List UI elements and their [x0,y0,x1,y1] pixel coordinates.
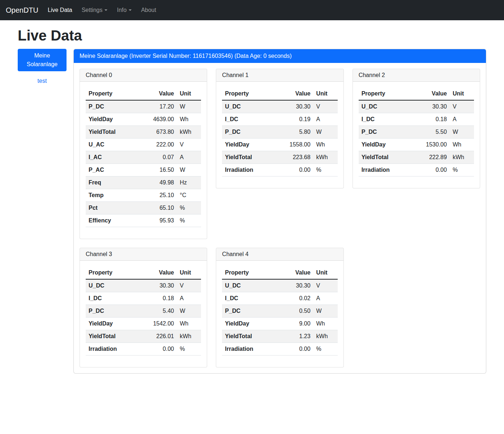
property-unit: W [313,126,338,139]
table-row: I_DC0.02A [222,292,337,305]
property-unit: % [177,202,201,214]
property-name: U_DC [222,100,273,113]
property-unit: W [177,305,201,318]
property-value: 0.07 [137,151,177,164]
table-row: P_DC5.50W [359,126,474,139]
property-name: YieldDay [86,113,137,126]
property-name: U_DC [86,279,137,292]
property-unit: V [177,279,201,292]
property-unit: % [177,343,201,356]
property-unit: kWh [313,330,338,343]
property-value: 1530.00 [409,139,450,151]
column-header-value: Value [137,88,177,100]
property-value: 223.68 [273,151,313,164]
property-name: I_AC [86,151,137,164]
channel-table: Property Value Unit U_DC30.30V I_DC0.19A… [222,88,337,176]
inverter-panel-header: Meine Solaranlage (Inverter Serial Numbe… [74,49,486,63]
inverter-panel-body: Channel 0 Property Value Unit [74,63,486,373]
inverter-select-button[interactable]: Meine Solaranlage [18,49,67,71]
property-name: YieldTotal [86,126,137,139]
page-container: Live Data Meine Solaranlage test Meine S… [0,27,504,388]
property-unit: % [450,164,474,176]
property-name: I_DC [222,292,273,305]
nav-settings-dropdown[interactable]: Settings [79,4,111,16]
column-header-unit: Unit [450,88,474,100]
property-value: 222.00 [137,139,177,151]
property-unit: Wh [177,318,201,330]
channel-card-1: Channel 1 Property Value Unit [216,69,343,188]
property-unit: W [177,100,201,113]
nav-about[interactable]: About [138,4,159,16]
inverter-link-test[interactable]: test [18,78,67,84]
property-name: YieldDay [86,318,137,330]
channel-table: Property Value Unit U_DC30.30V I_DC0.18A… [359,88,474,176]
table-row: P_DC5.80W [222,126,337,139]
property-value: 0.00 [137,343,177,356]
property-value: 673.80 [137,126,177,139]
property-value: 1.23 [273,330,313,343]
table-row: Freq49.98Hz [86,176,201,189]
property-name: Irradiation [86,343,137,356]
table-row: Irradiation0.00% [86,343,201,356]
table-row: U_DC30.30V [222,100,337,113]
property-value: 4639.00 [137,113,177,126]
property-value: 5.50 [409,126,450,139]
property-value: 5.80 [273,126,313,139]
property-name: I_DC [86,292,137,305]
table-row: YieldDay4639.00Wh [86,113,201,126]
channel-card-4: Channel 4 Property Value Unit [216,248,343,367]
channel-title: Channel 3 [80,248,207,261]
property-unit: A [177,151,201,164]
channel-table: Property Value Unit U_DC30.30V I_DC0.02A… [222,267,337,356]
channel-title: Channel 0 [80,69,207,82]
inverter-panel: Meine Solaranlage (Inverter Serial Numbe… [73,49,486,374]
table-row: YieldTotal222.89kWh [359,151,474,164]
property-value: 0.02 [273,292,313,305]
table-row: P_DC5.40W [86,305,201,318]
property-value: 30.30 [137,279,177,292]
property-value: 0.50 [273,305,313,318]
column-header-property: Property [359,88,410,100]
property-name: P_DC [359,126,410,139]
brand-link[interactable]: OpenDTU [6,6,38,14]
property-value: 0.00 [409,164,450,176]
table-row: P_AC16.50W [86,164,201,176]
inverter-sidebar: Meine Solaranlage test [18,49,67,84]
property-value: 30.30 [273,279,313,292]
property-unit: Wh [450,139,474,151]
column-header-property: Property [222,267,273,279]
channel-title: Channel 1 [216,69,343,82]
property-unit: % [313,164,338,176]
property-name: I_DC [359,113,410,126]
property-value: 16.50 [137,164,177,176]
chevron-down-icon [104,9,107,11]
column-header-unit: Unit [313,267,338,279]
property-unit: Wh [313,318,338,330]
property-name: Irradiation [222,164,273,176]
property-unit: kWh [177,126,201,139]
table-row: YieldTotal226.01kWh [86,330,201,343]
property-name: YieldTotal [222,330,273,343]
column-header-value: Value [137,267,177,279]
property-value: 0.18 [409,113,450,126]
property-name: Effiency [86,214,137,227]
property-value: 30.30 [409,100,450,113]
column-header-value: Value [273,88,313,100]
nav-live-data[interactable]: Live Data [45,4,75,16]
column-header-property: Property [86,88,137,100]
channel-table: Property Value Unit P_DC17.20W YieldDay4… [86,88,201,227]
property-unit: V [313,279,338,292]
table-row: U_AC222.00V [86,139,201,151]
nav-settings-label: Settings [82,7,103,13]
column-header-unit: Unit [177,267,201,279]
property-name: Irradiation [359,164,410,176]
property-value: 1542.00 [137,318,177,330]
property-name: YieldTotal [222,151,273,164]
property-value: 0.00 [273,343,313,356]
property-value: 30.30 [273,100,313,113]
table-row: Irradiation0.00% [222,164,337,176]
property-unit: % [177,214,201,227]
property-value: 17.20 [137,100,177,113]
nav-info-dropdown[interactable]: Info [114,4,134,16]
column-header-value: Value [409,88,450,100]
